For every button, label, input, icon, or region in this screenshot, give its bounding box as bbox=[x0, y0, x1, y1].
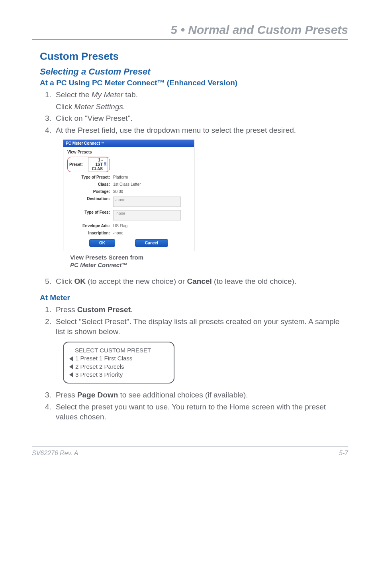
window-titlebar: PC Meter Connect™ bbox=[63, 140, 194, 147]
label-postage: Postage: bbox=[67, 189, 113, 194]
text: . bbox=[131, 305, 133, 314]
row-type-of-preset: Type of Preset: Platform bbox=[67, 174, 190, 179]
list-item: Click on "View Preset". bbox=[53, 113, 348, 124]
list-item: Select "Select Preset". The display list… bbox=[53, 317, 348, 337]
text-italic: My Meter bbox=[92, 90, 123, 99]
heading-at-meter: At Meter bbox=[40, 293, 348, 302]
pc-step-list-cont: Click OK (to accept the new choice) or C… bbox=[40, 276, 348, 287]
cancel-button[interactable]: Cancel bbox=[135, 239, 168, 247]
list-item: Press Page Down to see additional choice… bbox=[53, 390, 348, 400]
value-envelope-ads: US Flag bbox=[113, 223, 190, 228]
text: Click on "View Preset". bbox=[56, 114, 133, 122]
text: (to leave the old choice). bbox=[212, 277, 296, 285]
triangle-left-icon bbox=[69, 372, 73, 377]
footer-right: 5-7 bbox=[339, 450, 348, 457]
text: At the Preset field, use the dropdown me… bbox=[56, 126, 296, 134]
lcd-item: 1 Preset 1 First Class bbox=[75, 354, 132, 362]
text: (to accept the new choice) or bbox=[86, 277, 187, 285]
lcd-item: 2 Preset 2 Parcels bbox=[75, 363, 124, 371]
text: Click bbox=[56, 277, 74, 285]
chevron-down-icon: ▾ bbox=[104, 162, 106, 166]
preset-highlight: Preset: 1 - 1ST CLAS ▾ bbox=[67, 157, 110, 172]
panel-title: View Presets bbox=[67, 150, 190, 154]
heading-custom-presets: Custom Presets bbox=[40, 50, 348, 63]
lcd-display: SELECT CUSTOM PRESET 1 Preset 1 First Cl… bbox=[63, 342, 174, 383]
preset-dropdown[interactable]: 1 - 1ST CLAS ▾ bbox=[88, 157, 108, 171]
row-type-of-fees: Type of Fees: -none bbox=[67, 209, 190, 220]
list-item: Select the My Meter tab. bbox=[53, 90, 348, 100]
value-inscription: -none bbox=[113, 230, 190, 235]
text: Press bbox=[56, 305, 77, 314]
text-bold: OK bbox=[74, 277, 86, 285]
label-preset: Preset: bbox=[69, 162, 83, 167]
text-bold: Custom Preset bbox=[77, 305, 131, 314]
list-item: Press Custom Preset. bbox=[53, 305, 348, 315]
label-destination: Destination: bbox=[67, 196, 113, 201]
row-inscription: Inscription: -none bbox=[67, 230, 190, 235]
text: Press bbox=[56, 391, 77, 399]
screenshot-caption: View Presets Screen from PC Meter Connec… bbox=[70, 254, 348, 269]
button-row: OK Cancel bbox=[67, 239, 190, 247]
list-item: Select the preset you want to use. You r… bbox=[53, 402, 348, 422]
label-class: Class: bbox=[67, 181, 113, 187]
heading-selecting: Selecting a Custom Preset bbox=[40, 67, 348, 77]
text-bold: Cancel bbox=[187, 277, 212, 285]
value-type-of-fees: -none bbox=[113, 210, 181, 220]
chapter-title: 5 • Normal and Custom Presets bbox=[32, 23, 348, 40]
screenshot-container: PC Meter Connect™ View Presets Preset: 1… bbox=[63, 140, 348, 251]
text: Select the preset you want to use. You r… bbox=[56, 403, 326, 421]
heading-pc-meter-connect: At a PC Using PC Meter Connect™ (Enhance… bbox=[40, 79, 348, 87]
triangle-left-icon bbox=[69, 364, 73, 369]
caption-line1: View Presets Screen from bbox=[70, 254, 143, 261]
value-class: 1st Class Letter bbox=[113, 181, 190, 187]
text: Select the bbox=[56, 90, 92, 99]
row-postage: Postage: $0.00 bbox=[67, 189, 190, 194]
value-postage: $0.00 bbox=[113, 189, 190, 194]
text: tab. bbox=[123, 90, 138, 99]
label-envelope-ads: Envelope Ads: bbox=[67, 223, 113, 228]
value-type-of-preset: Platform bbox=[113, 174, 190, 179]
lcd-item: 3 Preset 3 Priority bbox=[75, 371, 123, 379]
lcd-title: SELECT CUSTOM PRESET bbox=[69, 346, 169, 354]
lcd-row: 1 Preset 1 First Class bbox=[69, 354, 169, 362]
window-panel: View Presets Preset: 1 - 1ST CLAS ▾ bbox=[63, 147, 194, 251]
text: to see additional choices (if available)… bbox=[118, 391, 248, 399]
caption-line2: PC Meter Connect™ bbox=[70, 262, 127, 268]
row-preset: Preset: 1 - 1ST CLAS ▾ bbox=[67, 157, 190, 172]
value-destination: -none bbox=[113, 197, 181, 207]
lcd-row: 3 Preset 3 Priority bbox=[69, 371, 169, 379]
page-footer: SV62276 Rev. A 5-7 bbox=[32, 446, 348, 457]
triangle-left-icon bbox=[69, 356, 73, 361]
meter-step-list-cont: Press Page Down to see additional choice… bbox=[40, 390, 348, 422]
text: Select "Select Preset". The display list… bbox=[56, 317, 339, 336]
text-italic: Meter Settings. bbox=[74, 102, 125, 111]
list-item: At the Preset field, use the dropdown me… bbox=[53, 125, 348, 136]
page: 5 • Normal and Custom Presets Custom Pre… bbox=[0, 0, 380, 469]
ok-button[interactable]: OK bbox=[89, 239, 115, 247]
lcd-row: 2 Preset 2 Parcels bbox=[69, 363, 169, 371]
text: Click bbox=[56, 102, 74, 111]
row-destination: Destination: -none bbox=[67, 196, 190, 207]
row-class: Class: 1st Class Letter bbox=[67, 181, 190, 187]
label-type-of-fees: Type of Fees: bbox=[67, 209, 113, 214]
footer-left: SV62276 Rev. A bbox=[32, 450, 78, 457]
label-inscription: Inscription: bbox=[67, 230, 113, 235]
list-item: Click OK (to accept the new choice) or C… bbox=[53, 276, 348, 287]
meter-step-list: Press Custom Preset. Select "Select Pres… bbox=[40, 305, 348, 337]
row-envelope-ads: Envelope Ads: US Flag bbox=[67, 223, 190, 228]
text-bold: Page Down bbox=[77, 391, 118, 399]
preset-dropdown-value: 1 - 1ST CLAS bbox=[90, 158, 102, 171]
app-window: PC Meter Connect™ View Presets Preset: 1… bbox=[63, 140, 194, 251]
pc-step-list: Select the My Meter tab. Click Meter Set… bbox=[40, 90, 348, 136]
list-item: Click Meter Settings. bbox=[53, 102, 348, 112]
label-type-of-preset: Type of Preset: bbox=[67, 174, 113, 179]
